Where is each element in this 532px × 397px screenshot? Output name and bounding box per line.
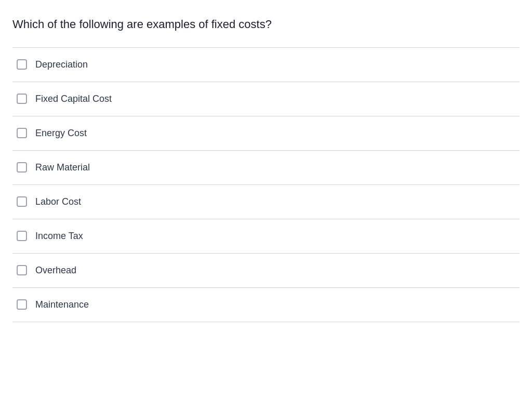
option-item-energy-cost[interactable]: Energy Cost — [12, 116, 520, 151]
checkbox-wrapper-depreciation — [17, 59, 27, 70]
option-item-raw-material[interactable]: Raw Material — [12, 151, 520, 185]
checkbox-raw-material[interactable] — [17, 162, 27, 173]
option-item-overhead[interactable]: Overhead — [12, 254, 520, 288]
checkbox-wrapper-raw-material — [17, 162, 27, 173]
checkbox-depreciation[interactable] — [17, 59, 27, 70]
checkbox-wrapper-labor-cost — [17, 196, 27, 207]
option-label-labor-cost: Labor Cost — [35, 196, 81, 207]
option-item-labor-cost[interactable]: Labor Cost — [12, 185, 520, 219]
checkbox-fixed-capital-cost[interactable] — [17, 94, 27, 104]
option-label-overhead: Overhead — [35, 265, 76, 276]
checkbox-overhead[interactable] — [17, 265, 27, 275]
checkbox-energy-cost[interactable] — [17, 128, 27, 138]
options-list: DepreciationFixed Capital CostEnergy Cos… — [12, 47, 520, 322]
option-item-income-tax[interactable]: Income Tax — [12, 219, 520, 254]
question-title: Which of the following are examples of f… — [12, 17, 520, 33]
option-label-raw-material: Raw Material — [35, 162, 90, 173]
option-label-income-tax: Income Tax — [35, 231, 83, 242]
checkbox-wrapper-energy-cost — [17, 128, 27, 138]
checkbox-maintenance[interactable] — [17, 299, 27, 310]
option-item-depreciation[interactable]: Depreciation — [12, 48, 520, 82]
option-label-fixed-capital-cost: Fixed Capital Cost — [35, 94, 112, 104]
option-item-maintenance[interactable]: Maintenance — [12, 288, 520, 322]
checkbox-wrapper-income-tax — [17, 231, 27, 241]
checkbox-labor-cost[interactable] — [17, 196, 27, 207]
checkbox-wrapper-fixed-capital-cost — [17, 94, 27, 104]
checkbox-income-tax[interactable] — [17, 231, 27, 241]
checkbox-wrapper-maintenance — [17, 299, 27, 310]
option-label-depreciation: Depreciation — [35, 59, 88, 70]
option-item-fixed-capital-cost[interactable]: Fixed Capital Cost — [12, 82, 520, 116]
option-label-maintenance: Maintenance — [35, 299, 89, 310]
option-label-energy-cost: Energy Cost — [35, 128, 87, 139]
checkbox-wrapper-overhead — [17, 265, 27, 275]
